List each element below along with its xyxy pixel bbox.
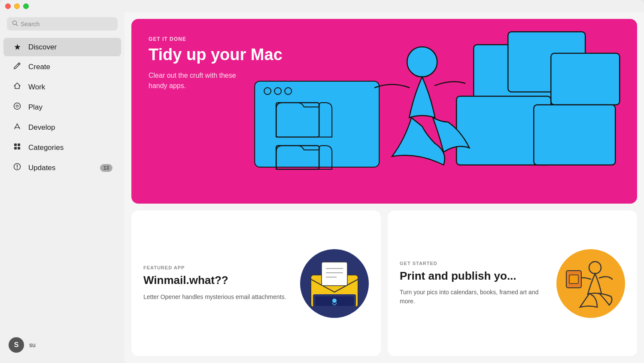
svg-rect-19 — [551, 53, 620, 105]
updates-badge: 13 — [100, 164, 112, 172]
play-icon — [12, 102, 22, 113]
categories-icon — [12, 142, 22, 153]
hero-illustration — [233, 19, 637, 204]
svg-line-1 — [16, 24, 18, 26]
card-desc-featured: Letter Opener handles mysterious email a… — [143, 293, 292, 302]
get-started-card[interactable]: GET STARTED Print and publish yo... Turn… — [388, 210, 637, 356]
search-placeholder: Search — [21, 21, 39, 27]
app-body: Search ★ Discover Create Work — [0, 12, 644, 363]
svg-point-3 — [14, 103, 21, 110]
nav-item-work[interactable]: Work — [3, 77, 121, 97]
card-title-getstarted: Print and publish yo... — [400, 269, 548, 283]
username: su — [29, 342, 36, 348]
user-section[interactable]: S su — [0, 332, 125, 358]
featured-app-image — [300, 249, 369, 318]
avatar: S — [9, 337, 24, 353]
featured-app-card[interactable]: FEATURED APP Winmail.what?? Letter Opene… — [131, 210, 381, 356]
nav-item-play[interactable]: Play — [3, 98, 121, 117]
maximize-button[interactable] — [23, 3, 29, 9]
search-bar[interactable]: Search — [7, 17, 118, 31]
getstarted-image — [556, 249, 625, 318]
nav-label-discover: Discover — [28, 43, 112, 52]
discover-icon: ★ — [12, 42, 22, 52]
svg-rect-8 — [18, 147, 20, 149]
svg-line-2 — [18, 64, 19, 65]
nav-item-categories[interactable]: Categories — [3, 138, 121, 157]
card-text-getstarted: GET STARTED Print and publish yo... Turn… — [400, 261, 548, 306]
sidebar: Search ★ Discover Create Work — [0, 12, 125, 363]
nav-label-updates: Updates — [28, 164, 94, 172]
minimize-button[interactable] — [14, 3, 20, 9]
develop-icon — [12, 122, 22, 133]
svg-point-22 — [407, 47, 437, 77]
svg-point-10 — [17, 168, 18, 169]
svg-rect-21 — [534, 105, 615, 165]
search-icon — [12, 20, 18, 27]
svg-rect-11 — [255, 81, 379, 167]
work-icon — [12, 82, 22, 92]
nav-item-create[interactable]: Create — [3, 57, 121, 76]
nav-label-work: Work — [28, 83, 112, 92]
nav-label-categories: Categories — [28, 143, 112, 152]
hero-content: GET IT DONE Tidy up your Mac Clear out t… — [149, 36, 283, 91]
nav-label-develop: Develop — [28, 123, 112, 132]
main-content: GET IT DONE Tidy up your Mac Clear out t… — [125, 12, 644, 363]
svg-rect-7 — [14, 147, 17, 149]
svg-rect-24 — [322, 262, 347, 286]
svg-point-32 — [589, 262, 601, 274]
cards-row: FEATURED APP Winmail.what?? Letter Opene… — [131, 210, 637, 356]
card-eyebrow-getstarted: GET STARTED — [400, 261, 548, 266]
sidebar-spacer — [0, 178, 125, 332]
svg-point-31 — [332, 299, 337, 303]
updates-icon — [12, 162, 22, 173]
hero-title: Tidy up your Mac — [149, 46, 283, 64]
create-icon — [12, 61, 22, 72]
nav-label-play: Play — [28, 103, 112, 112]
hero-banner[interactable]: GET IT DONE Tidy up your Mac Clear out t… — [131, 19, 637, 204]
svg-rect-5 — [14, 143, 17, 146]
titlebar — [0, 0, 644, 12]
nav-label-create: Create — [28, 63, 112, 71]
card-title-featured: Winmail.what?? — [143, 274, 292, 287]
hero-eyebrow: GET IT DONE — [149, 36, 283, 42]
card-text-featured: FEATURED APP Winmail.what?? Letter Opene… — [143, 265, 292, 301]
svg-rect-34 — [569, 275, 578, 284]
svg-rect-6 — [18, 143, 20, 146]
hero-subtitle: Clear out the cruft with these handy app… — [149, 70, 243, 91]
card-eyebrow-featured: FEATURED APP — [143, 265, 292, 270]
nav-item-develop[interactable]: Develop — [3, 118, 121, 137]
close-button[interactable] — [5, 3, 11, 9]
nav-item-updates[interactable]: Updates 13 — [3, 158, 121, 177]
card-desc-getstarted: Turn your pics into calendars, books, fr… — [400, 288, 548, 306]
svg-rect-30 — [309, 308, 360, 312]
nav-item-discover[interactable]: ★ Discover — [3, 38, 121, 56]
